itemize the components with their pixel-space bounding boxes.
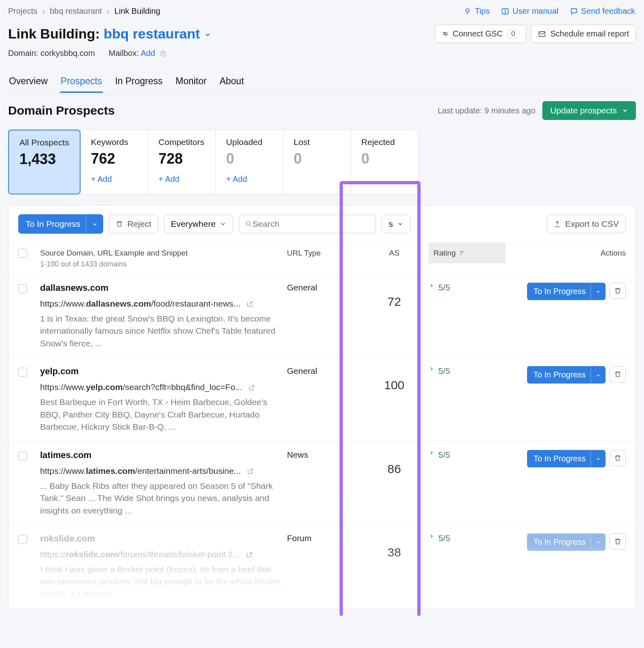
project-name[interactable]: bbq restaurant xyxy=(104,26,200,41)
svg-point-6 xyxy=(445,34,446,35)
connect-gsc-button[interactable]: Connect GSC 0 xyxy=(435,25,527,43)
to-in-progress-button[interactable]: To In Progress xyxy=(18,214,87,234)
tab-overview[interactable]: Overview xyxy=(8,76,49,93)
info-icon[interactable] xyxy=(160,51,166,57)
chevron-right-icon xyxy=(429,450,434,456)
row-rating[interactable]: 5/5 xyxy=(429,450,506,460)
row-to-in-progress-dropdown[interactable] xyxy=(591,283,606,300)
row-url[interactable]: https://www.dallasnews.com/food/restaura… xyxy=(40,299,287,309)
row-rating[interactable]: 5/5 xyxy=(429,366,506,376)
row-to-in-progress-dropdown[interactable] xyxy=(591,533,606,551)
chevron-down-icon xyxy=(596,289,601,294)
row-as: 86 xyxy=(360,450,429,476)
chevron-down-icon xyxy=(397,221,404,227)
select-all-checkbox[interactable] xyxy=(18,249,27,258)
svg-line-12 xyxy=(249,225,251,226)
row-url[interactable]: https://rokslide.com/forums/threads/bris… xyxy=(40,550,287,559)
breadcrumb-projects[interactable]: Projects xyxy=(8,6,37,16)
breadcrumb-project[interactable]: bbq restaurant xyxy=(50,6,102,16)
row-domain[interactable]: yelp.com xyxy=(40,366,287,377)
user-manual-link[interactable]: User manual xyxy=(501,6,558,16)
row-rating[interactable]: 5/5 xyxy=(429,533,506,543)
row-to-in-progress-button[interactable]: To In Progress xyxy=(527,366,592,384)
row-checkbox[interactable] xyxy=(18,452,27,460)
card-rejected[interactable]: Rejected 0 xyxy=(351,130,419,194)
scope-select[interactable]: Everywhere xyxy=(164,215,233,233)
chevron-down-icon xyxy=(596,540,601,545)
to-in-progress-dropdown[interactable] xyxy=(86,214,103,234)
row-url-type: Forum xyxy=(287,533,360,543)
tab-monitor[interactable]: Monitor xyxy=(175,76,208,93)
col-source[interactable]: Source Domain, URL Example and Snippet xyxy=(40,249,287,258)
filter-select[interactable]: s xyxy=(382,215,410,233)
row-domain[interactable]: latimes.com xyxy=(40,450,287,460)
mailbox-add-link[interactable]: Add xyxy=(140,49,155,58)
row-as: 100 xyxy=(360,366,429,392)
table-row: yelp.com https://www.yelp.com/search?cfl… xyxy=(9,358,635,441)
col-url-type[interactable]: URL Type xyxy=(287,249,360,258)
col-as[interactable]: AS xyxy=(360,249,429,258)
card-competitors[interactable]: Competitors 728 + Add xyxy=(148,130,216,194)
add-competitors-link[interactable]: + Add xyxy=(159,175,205,184)
prospects-panel: To In Progress Reject Everywhere s xyxy=(8,205,636,609)
row-to-in-progress-button[interactable]: To In Progress xyxy=(527,533,592,551)
row-snippet: Best Barbeque in Fort Worth, TX - Heim B… xyxy=(40,396,287,433)
table-header: Source Domain, URL Example and Snippet 1… xyxy=(9,243,635,275)
update-prospects-button[interactable]: Update prospects xyxy=(542,101,636,120)
row-delete-button[interactable] xyxy=(610,283,626,299)
trash-icon xyxy=(116,220,123,228)
row-snippet: 1 is in Texas: the great Snow's BBQ in L… xyxy=(40,313,287,350)
row-to-in-progress-dropdown[interactable] xyxy=(591,366,606,384)
external-link-icon[interactable] xyxy=(248,384,255,392)
external-link-icon[interactable] xyxy=(246,551,253,558)
tab-in-progress[interactable]: In Progress xyxy=(114,76,164,93)
row-domain[interactable]: rokslide.com xyxy=(40,533,287,544)
chevron-right-icon: › xyxy=(42,6,45,16)
add-uploaded-link[interactable]: + Add xyxy=(226,175,272,184)
mail-icon xyxy=(538,30,546,38)
export-csv-button[interactable]: Export to CSV xyxy=(547,215,626,233)
row-url-type: General xyxy=(287,366,360,376)
row-delete-button[interactable] xyxy=(610,533,626,550)
send-feedback-link[interactable]: Send feedback xyxy=(570,6,635,16)
add-keywords-link[interactable]: + Add xyxy=(91,175,137,184)
row-delete-button[interactable] xyxy=(610,450,626,466)
card-lost[interactable]: Lost 0 xyxy=(283,130,351,194)
tab-prospects[interactable]: Prospects xyxy=(60,76,103,93)
chevron-down-icon[interactable] xyxy=(204,31,211,38)
section-title: Domain Prospects xyxy=(8,104,115,117)
search-icon xyxy=(245,220,253,228)
external-link-icon[interactable] xyxy=(246,301,253,308)
chevron-down-icon xyxy=(220,221,226,227)
card-keywords[interactable]: Keywords 762 + Add xyxy=(80,130,148,194)
row-domain[interactable]: dallasnews.com xyxy=(40,283,287,293)
domain-meta: Domain: corkysbbq.com xyxy=(8,49,95,58)
chat-icon xyxy=(570,7,578,15)
row-to-in-progress-button[interactable]: To In Progress xyxy=(527,283,592,300)
card-all-prospects[interactable]: All Prospects 1,433 xyxy=(8,130,81,194)
row-delete-button[interactable] xyxy=(610,366,626,382)
tips-link[interactable]: Tips xyxy=(463,6,490,16)
svg-point-10 xyxy=(163,52,163,53)
tab-about[interactable]: About xyxy=(219,76,244,93)
row-checkbox[interactable] xyxy=(18,535,27,544)
to-in-progress-group: To In Progress xyxy=(18,214,103,234)
row-checkbox[interactable] xyxy=(18,368,27,377)
chevron-down-icon xyxy=(596,373,601,378)
external-link-icon[interactable] xyxy=(247,468,254,475)
lightbulb-icon xyxy=(463,7,472,15)
row-as: 72 xyxy=(360,283,429,309)
schedule-email-button[interactable]: Schedule email report xyxy=(531,25,636,43)
row-to-in-progress-button[interactable]: To In Progress xyxy=(527,450,592,467)
card-uploaded[interactable]: Uploaded 0 + Add xyxy=(215,130,283,194)
row-url[interactable]: https://www.latimes.com/entertainment-ar… xyxy=(40,466,287,476)
col-rating[interactable]: Rating xyxy=(429,243,506,263)
search-input[interactable] xyxy=(253,219,370,229)
sort-desc-icon xyxy=(459,250,465,256)
reject-button[interactable]: Reject xyxy=(109,215,158,233)
row-url[interactable]: https://www.yelp.com/search?cflt=bbq&fin… xyxy=(40,382,287,392)
row-rating[interactable]: 5/5 xyxy=(429,283,506,292)
row-checkbox[interactable] xyxy=(18,284,27,293)
search-input-wrap[interactable] xyxy=(239,215,376,233)
row-to-in-progress-dropdown[interactable] xyxy=(591,450,606,467)
